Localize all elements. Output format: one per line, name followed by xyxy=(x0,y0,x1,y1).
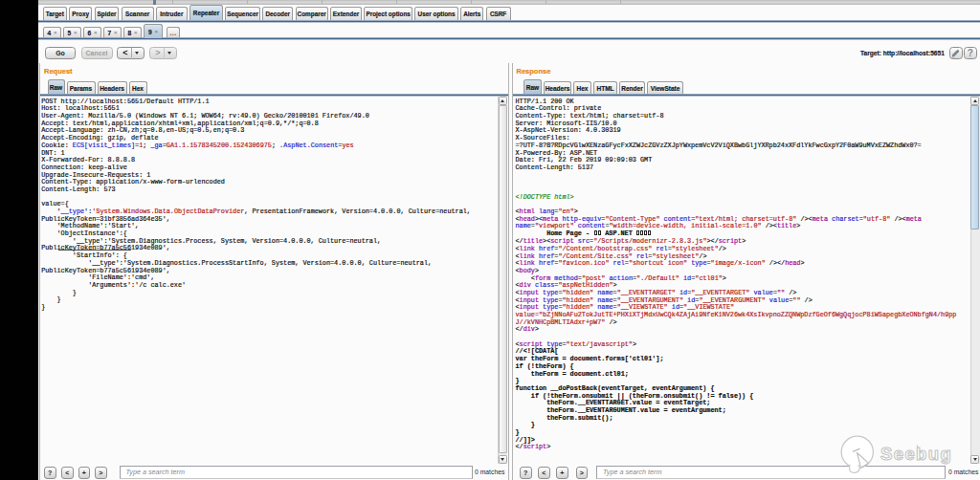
svg-text:Seebug: Seebug xyxy=(880,444,952,464)
